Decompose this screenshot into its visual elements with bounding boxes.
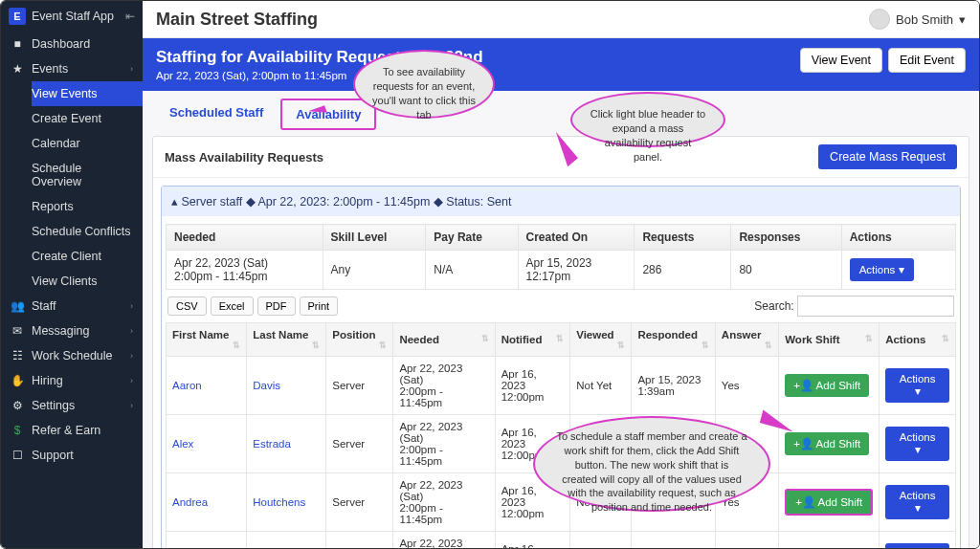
user-menu[interactable]: Bob Smith ▾ bbox=[869, 9, 966, 30]
col-last-name[interactable]: Last Name⇅ bbox=[247, 323, 326, 357]
subitem-calendar[interactable]: Calendar bbox=[32, 131, 143, 156]
subitem-view-clients[interactable]: View Clients bbox=[32, 269, 143, 294]
cell: 80 bbox=[731, 251, 841, 290]
summary-actions-button[interactable]: Actions ▾ bbox=[850, 258, 914, 281]
collapse-sidebar-icon[interactable]: ⇤ bbox=[125, 10, 135, 23]
callout-add-shift: To schedule a staff member and create a … bbox=[533, 416, 770, 512]
sidebar-item-events[interactable]: ★ Events › bbox=[1, 56, 143, 81]
sidebar-item-messaging[interactable]: ✉ Messaging › bbox=[1, 318, 143, 343]
sidebar-header: E Event Staff App ⇤ bbox=[1, 1, 143, 32]
sidebar-label: Work Schedule bbox=[32, 349, 113, 362]
chat-icon: ☐ bbox=[11, 449, 24, 462]
add-shift-button[interactable]: +👤 Add Shift bbox=[785, 374, 869, 397]
callout-availability-tab: To see availability requests for an even… bbox=[353, 50, 495, 119]
first-name-link[interactable]: Aaron bbox=[172, 380, 202, 391]
sidebar-label: Events bbox=[32, 62, 68, 76]
col-position[interactable]: Position⇅ bbox=[326, 323, 393, 357]
export-excel[interactable]: Excel bbox=[211, 296, 254, 316]
row-actions-button[interactable]: Actions ▾ bbox=[885, 485, 949, 519]
col-actions[interactable]: Actions⇅ bbox=[880, 323, 956, 357]
col-answer[interactable]: Answer⇅ bbox=[715, 323, 778, 357]
row-actions-button[interactable]: Actions ▾ bbox=[885, 368, 949, 403]
accordion-header[interactable]: ▴ Server staff ◆ Apr 22, 2023: 2:00pm - … bbox=[162, 187, 960, 216]
calendar-icon: ☷ bbox=[11, 349, 24, 362]
gear-icon: ⚙ bbox=[11, 399, 24, 412]
subitem-schedule-conflicts[interactable]: Schedule Conflicts bbox=[32, 219, 143, 244]
col-responded[interactable]: Responded⇅ bbox=[632, 323, 715, 357]
subitem-view-events[interactable]: View Events bbox=[32, 81, 143, 106]
subitem-label: View Clients bbox=[32, 274, 98, 288]
subitem-label: Schedule Conflicts bbox=[32, 225, 131, 238]
sidebar-label: Refer & Earn bbox=[32, 424, 100, 437]
chevron-right-icon: › bbox=[130, 64, 133, 74]
sidebar-label: Dashboard bbox=[32, 37, 90, 51]
col-first-name[interactable]: First Name⇅ bbox=[167, 323, 247, 357]
row-actions-button[interactable]: Actions ▾ bbox=[885, 427, 949, 461]
panel-title: Mass Availability Requests bbox=[165, 150, 323, 165]
topbar: Main Street Staffing Bob Smith ▾ bbox=[143, 1, 979, 38]
col-needed[interactable]: Needed bbox=[167, 225, 323, 251]
star-icon: ★ bbox=[11, 62, 24, 76]
last-name-link[interactable]: Davis bbox=[253, 380, 280, 391]
cell: N/A bbox=[426, 251, 518, 290]
sidebar-item-work-schedule[interactable]: ☷ Work Schedule › bbox=[1, 343, 143, 368]
row-actions-button[interactable]: Actions ▾ bbox=[885, 543, 949, 548]
page-header: Staffing for Availability Request for e … bbox=[143, 38, 979, 91]
col-notified[interactable]: Notified⇅ bbox=[495, 323, 570, 357]
sidebar-item-refer[interactable]: $ Refer & Earn bbox=[1, 418, 143, 443]
col-needed[interactable]: Needed⇅ bbox=[393, 323, 495, 357]
subitem-label: Reports bbox=[32, 200, 74, 213]
col-requests[interactable]: Requests bbox=[635, 225, 731, 251]
first-name-link[interactable]: Andrea bbox=[172, 496, 208, 508]
sidebar-item-dashboard[interactable]: ■ Dashboard bbox=[1, 32, 143, 56]
search-input[interactable] bbox=[797, 296, 954, 317]
subitem-label: Schedule Overview bbox=[32, 162, 133, 188]
company-title: Main Street Staffing bbox=[156, 10, 318, 30]
view-event-button[interactable]: View Event bbox=[800, 48, 882, 73]
sidebar-item-support[interactable]: ☐ Support bbox=[1, 443, 143, 468]
subitem-create-client[interactable]: Create Client bbox=[32, 244, 143, 269]
envelope-icon: ✉ bbox=[11, 324, 24, 338]
cell: Server bbox=[326, 532, 393, 549]
app-name: Event Staff App bbox=[32, 10, 114, 23]
cell: Apr 15, 2023 bbox=[526, 256, 627, 270]
cell: 12:17pm bbox=[526, 270, 627, 283]
edit-event-button[interactable]: Edit Event bbox=[888, 48, 966, 73]
chevron-right-icon: › bbox=[130, 326, 133, 336]
col-work-shift[interactable]: Work Shift⇅ bbox=[779, 323, 880, 357]
sidebar-item-staff[interactable]: 👥 Staff › bbox=[1, 294, 143, 318]
summary-row: Apr 22, 2023 (Sat)2:00pm - 11:45pm Any N… bbox=[167, 251, 956, 290]
export-bar: CSV Excel PDF Print Search: bbox=[166, 290, 956, 322]
last-name-link[interactable]: Estrada bbox=[253, 438, 291, 450]
cell: Server bbox=[326, 415, 393, 473]
last-name-link[interactable]: Houtchens bbox=[253, 496, 305, 508]
sidebar-item-hiring[interactable]: ✋ Hiring › bbox=[1, 368, 143, 393]
export-pdf[interactable]: PDF bbox=[257, 296, 296, 316]
cell: Server bbox=[326, 473, 393, 532]
export-print[interactable]: Print bbox=[300, 296, 339, 316]
col-viewed[interactable]: Viewed⇅ bbox=[570, 323, 632, 357]
subitem-reports[interactable]: Reports bbox=[32, 194, 143, 219]
app-logo: E bbox=[9, 8, 26, 25]
subitem-create-event[interactable]: Create Event bbox=[32, 106, 143, 131]
cell bbox=[715, 532, 778, 549]
subitem-label: Create Client bbox=[32, 250, 101, 263]
subitem-schedule-overview[interactable]: Schedule Overview bbox=[32, 156, 143, 194]
chevron-down-icon: ▾ bbox=[959, 12, 966, 27]
add-shift-button[interactable]: +👤 Add Shift bbox=[785, 489, 873, 516]
add-shift-button[interactable]: +👤 Add Shift bbox=[785, 432, 869, 455]
tab-scheduled-staff[interactable]: Scheduled Staff bbox=[156, 99, 277, 130]
col-created[interactable]: Created On bbox=[518, 225, 635, 251]
create-mass-request-button[interactable]: Create Mass Request bbox=[818, 144, 957, 169]
sidebar: E Event Staff App ⇤ ■ Dashboard ★ Events… bbox=[1, 1, 143, 548]
export-csv[interactable]: CSV bbox=[167, 296, 207, 316]
col-skill[interactable]: Skill Level bbox=[323, 225, 426, 251]
chevron-right-icon: › bbox=[130, 351, 133, 361]
tab-availability[interactable]: Availability bbox=[280, 99, 376, 130]
sidebar-item-settings[interactable]: ⚙ Settings › bbox=[1, 393, 143, 418]
col-responses[interactable]: Responses bbox=[731, 225, 841, 251]
events-submenu: View Events Create Event Calendar Schedu… bbox=[1, 81, 143, 294]
first-name-link[interactable]: Alex bbox=[172, 438, 193, 450]
col-pay[interactable]: Pay Rate bbox=[426, 225, 518, 251]
cell: 286 bbox=[635, 251, 731, 290]
